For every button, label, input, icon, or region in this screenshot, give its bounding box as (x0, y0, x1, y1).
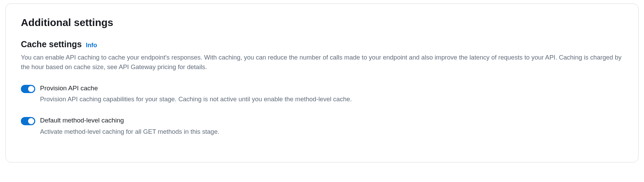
section-header: Cache settings Info (21, 39, 623, 49)
toggle-knob-icon (28, 86, 34, 92)
toggle-description: Provision API caching capabilities for y… (40, 94, 352, 104)
toggle-content: Provision API cache Provision API cachin… (40, 84, 352, 104)
toggle-label: Provision API cache (40, 84, 352, 93)
section-description: You can enable API caching to cache your… (21, 53, 623, 72)
section-title: Cache settings (21, 39, 82, 49)
info-link[interactable]: Info (86, 42, 97, 49)
toggle-provision-api-cache[interactable] (21, 85, 35, 93)
toggle-row-provision-api-cache: Provision API cache Provision API cachin… (21, 84, 623, 104)
toggle-default-method-level-caching[interactable] (21, 117, 35, 125)
toggle-description: Activate method-level caching for all GE… (40, 127, 219, 136)
additional-settings-panel: Additional settings Cache settings Info … (5, 3, 639, 162)
toggle-knob-icon (28, 118, 34, 124)
toggle-content: Default method-level caching Activate me… (40, 116, 219, 136)
toggle-label: Default method-level caching (40, 116, 219, 125)
toggle-row-default-method-level-caching: Default method-level caching Activate me… (21, 116, 623, 136)
panel-heading: Additional settings (21, 17, 623, 28)
